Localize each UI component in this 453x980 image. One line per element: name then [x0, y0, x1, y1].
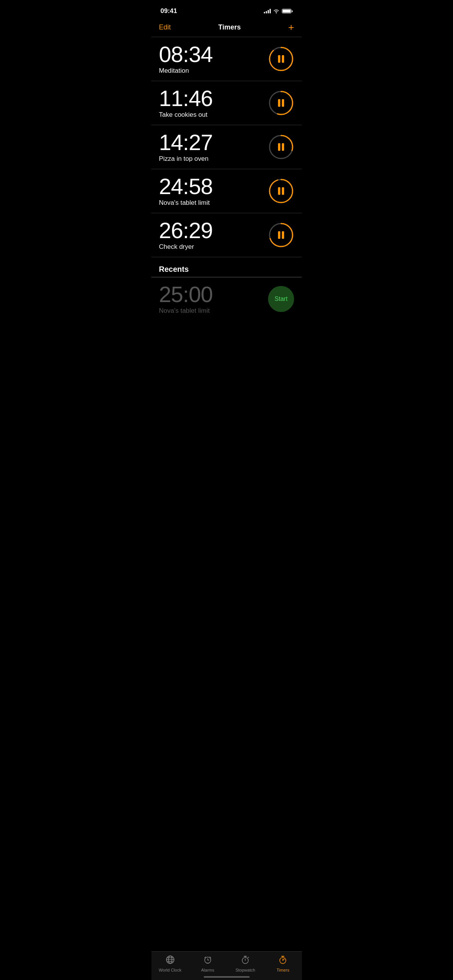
battery-icon [282, 9, 293, 13]
recent-time: 25:00 [159, 283, 268, 305]
timer-label: Check dryer [159, 243, 268, 251]
edit-button[interactable]: Edit [159, 23, 171, 31]
timer-item: 24:58 Nova's tablet limit [151, 169, 302, 213]
timer-info: 24:58 Nova's tablet limit [159, 175, 268, 207]
svg-rect-15 [282, 187, 284, 195]
timer-list: 08:34 Meditation 11:46 Take cookies out [151, 37, 302, 257]
timer-label: Nova's tablet limit [159, 199, 268, 207]
pause-button[interactable] [268, 46, 294, 72]
svg-rect-19 [282, 231, 284, 239]
timer-info: 11:46 Take cookies out [159, 87, 268, 119]
signal-icon [264, 9, 271, 13]
svg-point-1 [270, 47, 293, 70]
timer-time: 24:58 [159, 175, 268, 198]
page-title: Timers [218, 23, 241, 31]
timer-label: Pizza in top oven [159, 155, 268, 163]
pause-button[interactable] [268, 90, 294, 116]
svg-rect-14 [278, 187, 280, 195]
recent-item: 25:00 Nova's tablet limit Start [151, 277, 302, 321]
timer-info: 26:29 Check dryer [159, 219, 268, 251]
status-icons [264, 9, 293, 13]
svg-rect-11 [282, 143, 284, 151]
svg-point-13 [270, 180, 293, 203]
header: Edit Timers + [151, 19, 302, 37]
wifi-icon [273, 9, 280, 13]
timer-time: 26:29 [159, 219, 268, 242]
timer-label: Take cookies out [159, 111, 268, 119]
svg-rect-18 [278, 231, 280, 239]
svg-rect-10 [278, 143, 280, 151]
svg-rect-6 [278, 99, 280, 107]
pause-button[interactable] [268, 222, 294, 248]
pause-button[interactable] [268, 178, 294, 204]
timer-time: 14:27 [159, 131, 268, 154]
status-bar: 09:41 [151, 0, 302, 19]
start-button[interactable]: Start [268, 286, 294, 312]
timer-item: 14:27 Pizza in top oven [151, 125, 302, 169]
timer-time: 08:34 [159, 43, 268, 65]
timer-item: 08:34 Meditation [151, 37, 302, 81]
start-button-label: Start [275, 296, 288, 302]
svg-rect-7 [282, 99, 284, 107]
pause-button[interactable] [268, 134, 294, 160]
recent-label: Nova's tablet limit [159, 307, 268, 315]
timer-item: 26:29 Check dryer [151, 213, 302, 257]
timer-info: 14:27 Pizza in top oven [159, 131, 268, 163]
svg-rect-2 [278, 55, 280, 63]
timer-item: 11:46 Take cookies out [151, 81, 302, 125]
timer-time: 11:46 [159, 87, 268, 109]
recents-section-label: Recents [151, 257, 302, 277]
timer-label: Meditation [159, 67, 268, 75]
svg-rect-3 [282, 55, 284, 63]
timer-info: 08:34 Meditation [159, 43, 268, 75]
add-timer-button[interactable]: + [288, 22, 294, 32]
status-time: 09:41 [160, 7, 177, 15]
recent-info: 25:00 Nova's tablet limit [159, 283, 268, 315]
main-content: 08:34 Meditation 11:46 Take cookies out [151, 37, 302, 359]
